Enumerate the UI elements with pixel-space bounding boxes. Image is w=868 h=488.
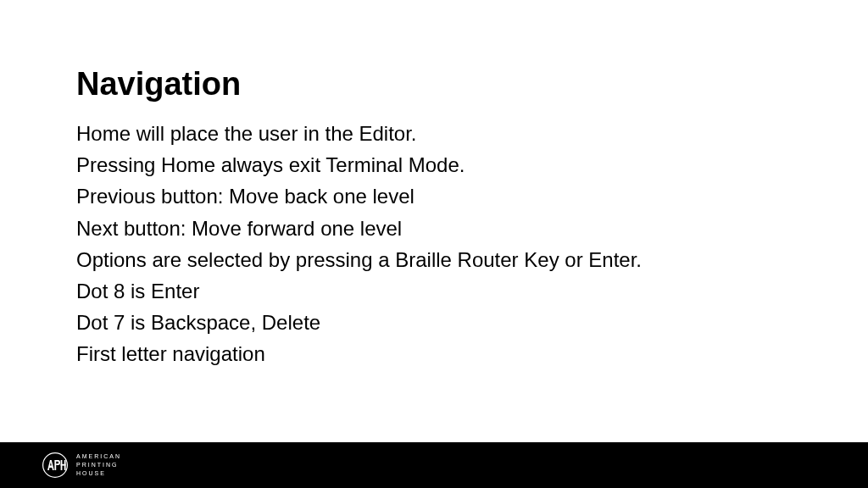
body-line: Dot 7 is Backspace, Delete <box>76 307 792 338</box>
org-name-line: AMERICAN <box>76 452 121 461</box>
slide-content: Navigation Home will place the user in t… <box>0 0 868 370</box>
body-line: Pressing Home always exit Terminal Mode. <box>76 149 792 180</box>
slide-body: Home will place the user in the Editor. … <box>76 118 792 370</box>
body-line: Next button: Move forward one level <box>76 213 792 244</box>
aph-logo-icon <box>42 452 68 478</box>
body-line: Home will place the user in the Editor. <box>76 118 792 149</box>
body-line: Previous button: Move back one level <box>76 180 792 212</box>
org-name-line: PRINTING <box>76 461 121 469</box>
body-line: Options are selected by pressing a Brail… <box>76 244 792 275</box>
footer-bar: AMERICAN PRINTING HOUSE <box>0 442 868 488</box>
org-name-line: HOUSE <box>76 469 121 478</box>
aph-logo-text: AMERICAN PRINTING HOUSE <box>76 452 121 477</box>
svg-rect-1 <box>54 460 56 470</box>
body-line: Dot 8 is Enter <box>76 275 792 307</box>
svg-rect-4 <box>61 464 66 466</box>
aph-logo: AMERICAN PRINTING HOUSE <box>42 452 121 478</box>
slide-title: Navigation <box>76 66 792 103</box>
body-line: First letter navigation <box>76 338 792 369</box>
